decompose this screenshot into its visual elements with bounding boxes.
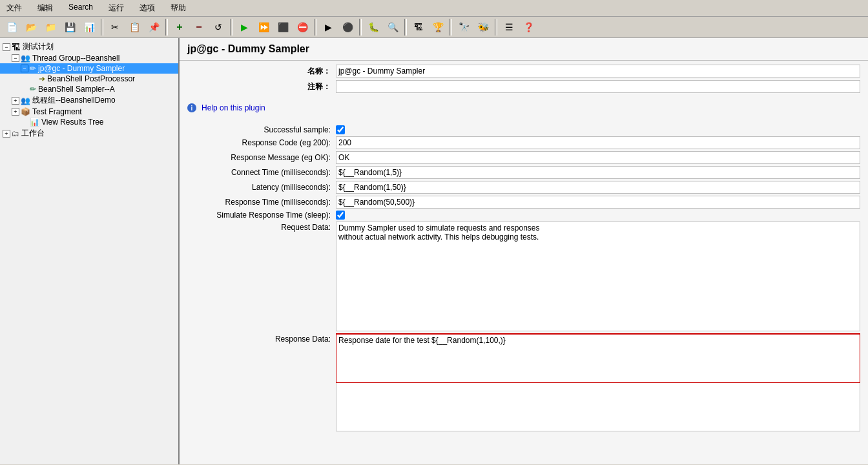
request-data-area: Request Data: (180, 222, 868, 331)
menu-run[interactable]: 运行 (105, 1, 128, 15)
field-label-resptime: Response Time (milliseconds): (187, 198, 336, 207)
help-link[interactable]: i Help on this plugin (187, 103, 860, 112)
tool1-button[interactable]: 🏗 (409, 19, 428, 36)
response-data-input[interactable] (336, 333, 860, 383)
expand-dummysampler[interactable]: − (21, 65, 28, 72)
main-layout: − 🏗 测试计划 − 👥 Thread Group--Beanshell − ✏… (0, 38, 868, 464)
add-button[interactable]: + (170, 19, 189, 36)
menu-bar: 文件 编辑 Search 运行 选项 帮助 (0, 0, 868, 17)
panel-title: jp@gc - Dummy Sampler (180, 38, 868, 61)
simulate-checkbox[interactable] (336, 211, 345, 220)
stop-button[interactable]: ⬛ (274, 19, 292, 36)
open-button[interactable]: 📂 (22, 19, 40, 36)
help-area: i Help on this plugin (180, 99, 868, 121)
expand-testfragment[interactable]: + (12, 108, 19, 116)
tool3-button[interactable]: 🐝 (474, 19, 492, 36)
cut-button[interactable]: ✂ (106, 19, 124, 36)
tree-label-workbench: 工作台 (21, 128, 45, 139)
request-data-textarea[interactable] (336, 222, 860, 331)
left-panel: − 🏗 测试计划 − 👥 Thread Group--Beanshell − ✏… (0, 38, 180, 464)
menu-options[interactable]: 选项 (136, 1, 159, 15)
fields-section: Successful sample: Response Code (eg 200… (180, 121, 868, 437)
tree-label-viewresults: View Results Tree (41, 118, 104, 127)
tree-label-dummysampler: jp@gc - Dummy Sampler (38, 64, 125, 73)
tree-label-beanshellpost: BeanShell PostProcessor (47, 74, 135, 83)
close-button[interactable]: 📁 (41, 19, 59, 36)
remote-stop-button[interactable]: ⚫ (338, 19, 356, 36)
tree-label-threadgroup: Thread Group--Beanshell (32, 54, 119, 63)
help-toolbar-button[interactable]: ❓ (519, 19, 537, 36)
expand-workbench[interactable]: + (3, 130, 10, 138)
debug-button[interactable]: 🐛 (364, 19, 382, 36)
tree-item-testplan[interactable]: − 🏗 测试计划 (0, 41, 178, 53)
tree-item-threadgroup[interactable]: − 👥 Thread Group--Beanshell (0, 53, 178, 63)
run-button[interactable]: ▶ (235, 19, 253, 36)
comment-label: 注释： (187, 81, 336, 92)
tree-item-beanshellsampler[interactable]: ✏ BeanShell Sampler--A (0, 84, 178, 94)
search-remote-button[interactable]: 🔭 (455, 19, 473, 36)
field-row-resptime: Response Time (milliseconds): (180, 196, 868, 209)
sep7 (450, 19, 452, 36)
sep3 (230, 19, 232, 36)
sep2 (165, 19, 168, 36)
tree-item-testfragment[interactable]: + 📦 Test Fragment (0, 107, 178, 117)
remove-button[interactable]: − (190, 19, 208, 36)
field-label-successful: Successful sample: (187, 125, 336, 134)
tree-item-beanshellpost[interactable]: ➜ BeanShell PostProcessor (0, 74, 178, 84)
field-row-successful: Successful sample: (180, 125, 868, 134)
comment-row: 注释： (187, 80, 860, 93)
tree-label-testfragment: Test Fragment (32, 107, 82, 116)
stop-now-button[interactable]: ⛔ (293, 19, 311, 36)
debug2-button[interactable]: 🔍 (384, 19, 402, 36)
help-link-text: Help on this plugin (202, 103, 265, 112)
name-row: 名称： (187, 65, 860, 78)
field-row-latency: Latency (milliseconds): (180, 181, 868, 194)
field-label-respmsg: Response Message (eg OK): (187, 153, 336, 162)
respmsg-input[interactable] (336, 151, 860, 164)
field-row-connecttime: Connect Time (milliseconds): (180, 166, 868, 179)
info-icon: i (187, 103, 196, 112)
tree-item-workbench[interactable]: + 🗂 工作台 (0, 127, 178, 140)
successful-checkbox[interactable] (336, 125, 345, 134)
list-button[interactable]: ☰ (500, 19, 518, 36)
tree-item-dummysampler[interactable]: − ✏ jp@gc - Dummy Sampler (0, 63, 178, 74)
refresh-button[interactable]: ↺ (209, 19, 227, 36)
run-no-pause-button[interactable]: ⏩ (254, 19, 273, 36)
expand-linchengdemo[interactable]: + (12, 97, 19, 105)
field-label-latency: Latency (milliseconds): (187, 183, 336, 192)
latency-input[interactable] (336, 181, 860, 194)
name-input[interactable] (336, 65, 860, 78)
save-button[interactable]: 💾 (61, 19, 79, 36)
new-button[interactable]: 📄 (3, 19, 21, 36)
expand-testplan[interactable]: − (3, 43, 10, 51)
connecttime-input[interactable] (336, 166, 860, 179)
resptime-input[interactable] (336, 196, 860, 209)
tree-item-linchengdemo[interactable]: + 👥 线程组--BeanshellDemo (0, 94, 178, 107)
menu-edit[interactable]: 编辑 (34, 1, 57, 15)
right-panel: jp@gc - Dummy Sampler 名称： 注释： i Help on … (180, 38, 868, 464)
copy-button[interactable]: 📋 (125, 19, 143, 36)
field-label-connecttime: Connect Time (milliseconds): (187, 168, 336, 177)
remote-start-button[interactable]: ▶ (319, 19, 337, 36)
menu-file[interactable]: 文件 (3, 1, 26, 15)
menu-help[interactable]: 帮助 (167, 1, 190, 15)
request-data-label: Request Data: (187, 222, 336, 331)
field-row-respmsg: Response Message (eg OK): (180, 151, 868, 164)
expand-threadgroup[interactable]: − (12, 54, 19, 62)
response-data-label: Response Data: (187, 333, 336, 431)
paste-button[interactable]: 📌 (145, 19, 163, 36)
response-data-extra[interactable] (336, 383, 860, 431)
tree-label-beanshellsampler: BeanShell Sampler--A (38, 85, 115, 94)
menu-search[interactable]: Search (65, 1, 97, 15)
report-button[interactable]: 📊 (80, 19, 98, 36)
name-label: 名称： (187, 66, 336, 77)
comment-input[interactable] (336, 80, 860, 93)
field-label-respcode: Response Code (eg 200): (187, 138, 336, 147)
tool2-button[interactable]: 🏆 (429, 19, 447, 36)
tree-label-testplan: 测试计划 (23, 41, 54, 52)
response-data-area: Response Data: (180, 333, 868, 431)
sep5 (359, 19, 362, 36)
tree-item-viewresults[interactable]: 📊 View Results Tree (0, 117, 178, 127)
respcode-input[interactable] (336, 136, 860, 149)
sep8 (495, 19, 497, 36)
